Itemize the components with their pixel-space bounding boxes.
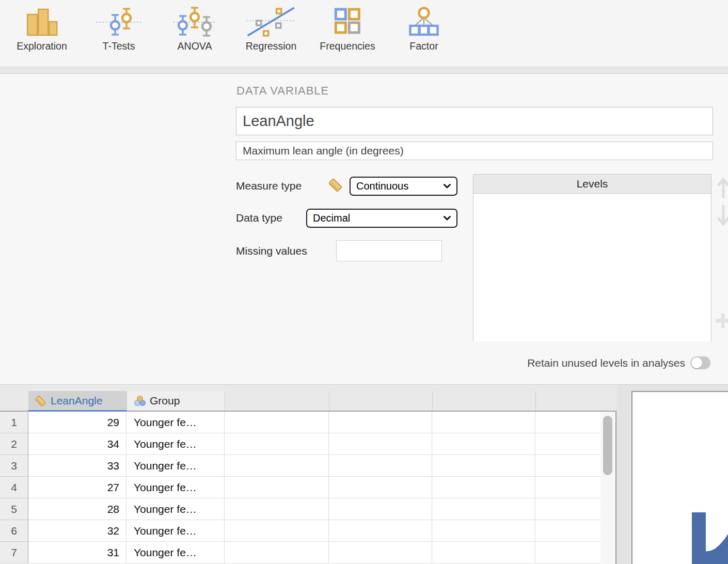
empty-cell[interactable] [432, 477, 535, 498]
data-type-select[interactable]: Decimal [306, 209, 457, 228]
header-separator [432, 391, 433, 411]
empty-cell[interactable] [225, 477, 329, 498]
empty-cell[interactable] [535, 433, 600, 455]
section-title: DATA VARIABLE [236, 84, 329, 98]
arrow-up-icon [717, 176, 728, 200]
row-number-cell[interactable]: 2 [0, 433, 28, 455]
column-header-leanangle[interactable]: LeanAngle [28, 391, 126, 411]
level-add-button[interactable] [716, 314, 728, 330]
empty-cell[interactable] [225, 542, 329, 563]
ribbon-label: T-Tests [103, 40, 135, 52]
empty-cell[interactable] [432, 498, 535, 520]
empty-cell[interactable] [225, 412, 329, 433]
leanangle-cell[interactable]: 32 [28, 520, 126, 542]
data-type-value: Decimal [313, 212, 350, 224]
empty-cell[interactable] [225, 455, 329, 477]
level-move-down-button[interactable] [717, 203, 728, 230]
measure-type-label: Measure type [236, 179, 302, 193]
empty-cell[interactable] [225, 433, 329, 455]
missing-values-label: Missing values [236, 244, 307, 258]
group-cell[interactable]: Younger fe… [126, 412, 225, 433]
empty-cell[interactable] [535, 412, 600, 433]
group-cell[interactable]: Younger fe… [126, 520, 225, 542]
levels-title: Levels [473, 175, 711, 194]
empty-cell[interactable] [535, 477, 600, 498]
table-row: 333Younger fe… [0, 455, 600, 477]
empty-cell[interactable] [329, 520, 432, 542]
table-row: 129Younger fe… [0, 412, 600, 433]
vertical-scrollbar[interactable] [600, 412, 616, 564]
group-cell[interactable]: Younger fe… [126, 542, 225, 563]
sheet-rows: 129Younger fe…234Younger fe…333Younger f… [0, 412, 600, 564]
group-cell[interactable]: Younger fe… [126, 455, 225, 477]
table-row: 234Younger fe… [0, 433, 600, 455]
empty-cell[interactable] [329, 498, 432, 520]
nominal-icon [134, 395, 146, 407]
row-number-cell[interactable]: 3 [0, 455, 28, 477]
ribbon-label: Regression [246, 40, 297, 52]
row-number-cell[interactable]: 6 [0, 520, 28, 542]
empty-cell[interactable] [535, 542, 600, 563]
variable-editor-panel: DATA VARIABLE Measure type Continuous [0, 75, 728, 385]
empty-cell[interactable] [432, 520, 535, 542]
empty-cell[interactable] [432, 412, 535, 433]
table-row: 427Younger fe… [0, 477, 600, 498]
empty-cell[interactable] [225, 520, 329, 542]
empty-cell[interactable] [535, 455, 600, 477]
exploration-bars-icon [26, 2, 58, 40]
leanangle-cell[interactable]: 33 [28, 455, 126, 477]
row-number-cell[interactable]: 4 [0, 477, 28, 498]
ribbon-label: ANOVA [178, 40, 212, 52]
ribbon-exploration-button[interactable]: Exploration [17, 2, 67, 52]
empty-cell[interactable] [225, 498, 329, 520]
ribbon-label: Factor [409, 40, 438, 52]
group-cell[interactable]: Younger fe… [126, 433, 225, 455]
empty-cell[interactable] [432, 455, 535, 477]
missing-values-input[interactable] [336, 240, 442, 261]
empty-cell[interactable] [329, 455, 432, 477]
ribbon-label: Exploration [17, 40, 67, 52]
measure-type-value: Continuous [356, 180, 408, 192]
empty-cell[interactable] [329, 433, 432, 455]
row-number-cell[interactable]: 7 [0, 542, 28, 563]
empty-cell[interactable] [329, 477, 432, 498]
measure-type-select[interactable]: Continuous [350, 177, 457, 196]
levels-panel: Levels [473, 174, 711, 341]
leanangle-cell[interactable]: 29 [28, 412, 126, 433]
level-move-up-button[interactable] [717, 176, 728, 202]
group-cell[interactable]: Younger fe… [126, 477, 225, 498]
ribbon-factor-button[interactable]: Factor [408, 2, 440, 52]
row-number-cell[interactable]: 5 [0, 498, 28, 520]
leanangle-cell[interactable]: 31 [28, 542, 126, 563]
jamovi-logo-fragment [692, 511, 728, 564]
ribbon-anova-button[interactable]: ANOVA [173, 2, 216, 52]
table-row: 632Younger fe… [0, 520, 600, 542]
leanangle-cell[interactable]: 28 [28, 498, 126, 520]
retain-unused-levels-toggle[interactable] [690, 356, 710, 369]
leanangle-cell[interactable]: 27 [28, 477, 126, 498]
group-cell[interactable]: Younger fe… [126, 498, 225, 520]
column-name: LeanAngle [51, 395, 102, 407]
empty-cell[interactable] [329, 542, 432, 563]
column-header-group[interactable]: Group [126, 391, 225, 411]
ribbon-frequencies-button[interactable]: Frequencies [320, 2, 375, 52]
ribbon-label: Frequencies [320, 40, 375, 52]
ribbon-divider-strip [0, 68, 728, 74]
empty-cell[interactable] [329, 412, 432, 433]
retain-unused-levels-label: Retain unused levels in analyses [527, 357, 685, 369]
variable-name-input[interactable] [236, 107, 713, 135]
continuous-ruler-icon [327, 177, 343, 195]
ribbon-t-tests-button[interactable]: T-Tests [97, 2, 141, 52]
leanangle-cell[interactable]: 34 [28, 433, 126, 455]
scrollbar-thumb[interactable] [603, 416, 612, 475]
empty-cell[interactable] [535, 520, 600, 542]
variable-description-input[interactable] [236, 142, 713, 160]
empty-cell[interactable] [432, 542, 535, 563]
plus-icon [716, 314, 728, 328]
continuous-ruler-icon [34, 395, 47, 408]
empty-cell[interactable] [432, 433, 535, 455]
toggle-knob [691, 357, 702, 368]
empty-cell[interactable] [535, 498, 600, 520]
ribbon-regression-button[interactable]: Regression [246, 2, 297, 52]
row-number-cell[interactable]: 1 [0, 412, 28, 433]
